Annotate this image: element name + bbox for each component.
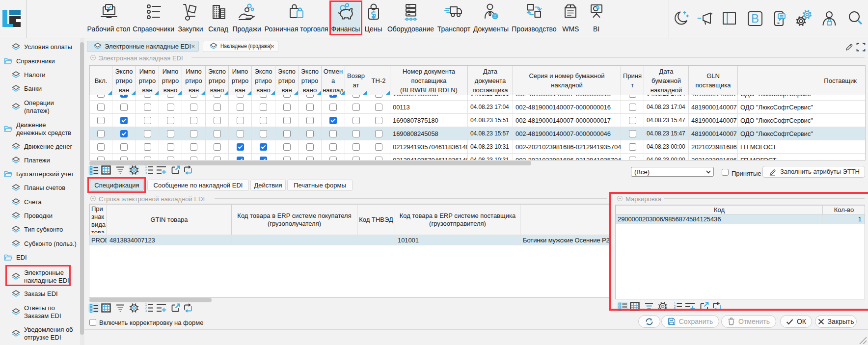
svg-text:B: B (751, 12, 759, 25)
svg-text:3: 3 (145, 309, 147, 313)
svg-text:3: 3 (145, 171, 147, 175)
